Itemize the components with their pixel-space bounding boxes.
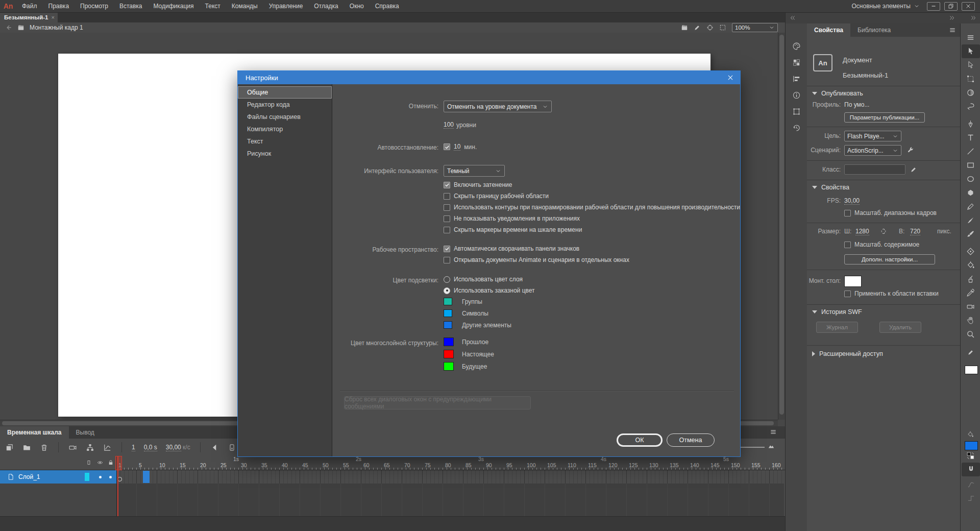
ui-option-checkbox[interactable]: Скрыть маркеры времени на шкале времени (444, 226, 740, 233)
stage-color-swatch[interactable] (844, 276, 862, 287)
free-transform-tool[interactable] (962, 72, 980, 86)
dialog-category[interactable]: Компилятор (238, 123, 332, 135)
layer-name[interactable]: Слой_1 (18, 473, 40, 480)
ui-theme-select[interactable]: Темный (444, 165, 505, 177)
timeline-menu-icon[interactable] (770, 428, 777, 436)
panel-tab[interactable]: Свойства (807, 23, 850, 37)
fps-value[interactable]: 30,00 (844, 197, 860, 205)
accessibility-section-header[interactable]: Расширенный доступ (812, 350, 883, 357)
scrollbar-thumb[interactable] (779, 35, 784, 415)
dialog-titlebar[interactable]: Настройки (238, 71, 740, 84)
ui-option-checkbox[interactable]: Не показывать уведомления в приложениях (444, 215, 740, 222)
swf-delete-button[interactable]: Удалить (879, 322, 921, 333)
reset-warning-dialogs-button[interactable]: Сброс всех диалоговых окон с предупрежда… (344, 396, 531, 409)
timeline-tab[interactable]: Временная шкала (0, 426, 69, 439)
checkbox[interactable] (844, 242, 851, 248)
menu-item[interactable]: Отладка (308, 0, 344, 12)
dialog-category[interactable]: Общие (238, 86, 332, 99)
swf-log-button[interactable]: Журнал (816, 322, 858, 333)
layer-outline-color-swatch[interactable] (85, 473, 89, 481)
info-panel-icon[interactable] (786, 87, 807, 103)
subselection-tool[interactable] (962, 58, 980, 72)
current-frame-value[interactable]: 1 (132, 444, 135, 451)
pencil-tool[interactable] (962, 200, 980, 213)
publish-section-header[interactable]: Опубликовать (812, 90, 863, 97)
camera-icon[interactable] (68, 443, 77, 452)
color-swatch[interactable] (444, 321, 452, 329)
stroke-color-swatch[interactable] (965, 366, 978, 374)
undo-levels-value[interactable]: 100 (444, 121, 454, 129)
pen-tool[interactable] (962, 117, 980, 131)
clip-content-icon[interactable] (719, 24, 726, 31)
menu-item[interactable]: Команды (226, 0, 263, 12)
menu-item[interactable]: Вставка (114, 0, 148, 12)
smooth-icon[interactable] (962, 478, 980, 492)
fill-bucket-icon[interactable] (967, 431, 974, 438)
swatches-panel-icon[interactable] (786, 54, 807, 70)
timeline-zoom-mountain-icon[interactable] (768, 443, 775, 450)
document-tab-close-icon[interactable]: × (51, 14, 54, 20)
ink-bottle-tool[interactable] (962, 272, 980, 286)
eyedropper-tool[interactable] (962, 286, 980, 300)
layer-frames-track[interactable] (116, 470, 784, 484)
edit-symbols-icon[interactable] (694, 24, 701, 31)
swap-colors-icon[interactable] (966, 451, 975, 460)
outline-column-icon[interactable] (86, 460, 92, 466)
polystar-tool[interactable] (962, 186, 980, 200)
new-layer-icon[interactable] (5, 443, 14, 452)
swf-history-section-header[interactable]: История SWF (812, 308, 862, 316)
scale-frame-spans-checkbox[interactable]: Масштаб. диапазоны кадров (844, 209, 937, 216)
dialog-category[interactable]: Файлы сценариев (238, 111, 332, 123)
stroke-color-pencil-icon[interactable] (962, 345, 980, 359)
graph-editor-icon[interactable] (103, 443, 112, 452)
fill-color-swatch[interactable] (965, 441, 978, 450)
class-edit-pencil-icon[interactable] (910, 166, 917, 173)
properties-section-header[interactable]: Свойства (812, 184, 849, 191)
menu-item[interactable]: Управление (263, 0, 309, 12)
color-panel-icon[interactable] (786, 38, 807, 54)
dialog-close-icon[interactable] (727, 74, 740, 81)
ui-option-checkbox[interactable]: Включить затенение (444, 181, 740, 188)
text-tool[interactable] (962, 131, 980, 144)
scene-breadcrumb[interactable]: Монтажный кадр 1 (30, 24, 83, 31)
checkbox[interactable] (844, 210, 851, 216)
transform-panel-icon[interactable] (786, 103, 807, 119)
rectangle-tool[interactable] (962, 158, 980, 172)
ui-option-checkbox[interactable]: Скрыть границу рабочей области (444, 192, 740, 200)
frame-rate-value[interactable]: 30,00 (166, 444, 181, 451)
timeline-hscroll-track[interactable] (0, 516, 785, 531)
playhead-marker[interactable] (115, 456, 122, 470)
straighten-icon[interactable] (962, 491, 980, 505)
workspace-option-checkbox[interactable]: Автоматически сворачивать панели значков (444, 245, 629, 252)
camera-tool[interactable] (962, 300, 980, 313)
center-frame-icon[interactable] (706, 24, 714, 31)
back-icon[interactable] (5, 24, 12, 31)
playhead-line[interactable] (117, 456, 118, 516)
scale-content-checkbox[interactable]: Масштаб. содержимое (844, 241, 919, 248)
lock-column-icon[interactable] (108, 460, 114, 466)
snap-to-objects-magnet-icon[interactable] (962, 463, 980, 476)
hand-tool[interactable] (962, 313, 980, 327)
color-swatch[interactable] (444, 309, 452, 317)
selection-tool[interactable] (962, 44, 980, 58)
history-panel-icon[interactable] (786, 119, 807, 136)
dialog-category[interactable]: Редактор кода (238, 99, 332, 111)
close-window-button[interactable] (962, 2, 975, 11)
width-value[interactable]: 1280 (855, 228, 869, 235)
color-swatch[interactable] (444, 298, 452, 305)
checkbox[interactable] (844, 291, 851, 297)
menu-item[interactable]: Модификация (148, 0, 199, 12)
visibility-column-eye-icon[interactable] (97, 460, 103, 466)
link-dimensions-icon[interactable] (880, 228, 887, 235)
workspace-switcher[interactable]: Основные элементы (852, 3, 920, 10)
brush-tool[interactable] (962, 213, 980, 227)
timeline-zoom-slider[interactable] (739, 447, 765, 448)
lasso-tool[interactable] (962, 100, 980, 113)
cancel-button[interactable]: Отмена (667, 433, 715, 447)
ok-button[interactable]: ОК (617, 433, 663, 447)
menu-item[interactable]: Файл (16, 0, 43, 12)
restore-button[interactable] (944, 2, 958, 11)
delete-layer-icon[interactable] (40, 443, 48, 452)
target-select[interactable]: Flash Playe... (844, 131, 901, 141)
tools-menu-icon[interactable] (962, 31, 980, 44)
